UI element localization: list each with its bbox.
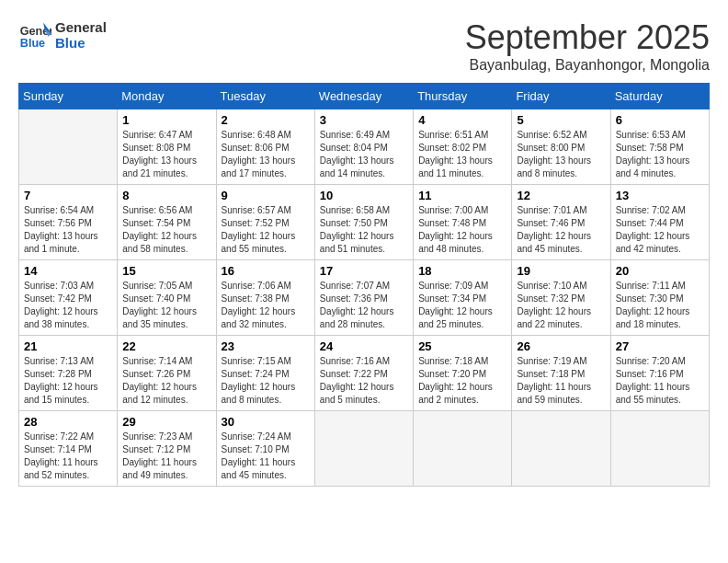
day-number: 17 bbox=[320, 264, 408, 278]
logo-icon: General Blue bbox=[18, 18, 51, 52]
logo-line1: General bbox=[55, 19, 107, 35]
week-row-1: 1Sunrise: 6:47 AM Sunset: 8:08 PM Daylig… bbox=[19, 109, 710, 185]
day-info: Sunrise: 6:47 AM Sunset: 8:08 PM Dayligh… bbox=[122, 129, 210, 180]
day-info: Sunrise: 6:56 AM Sunset: 7:54 PM Dayligh… bbox=[122, 204, 210, 256]
calendar-cell: 15Sunrise: 7:05 AM Sunset: 7:40 PM Dayli… bbox=[118, 260, 216, 336]
day-number: 6 bbox=[616, 113, 704, 127]
day-info: Sunrise: 6:52 AM Sunset: 8:00 PM Dayligh… bbox=[517, 129, 605, 180]
day-number: 27 bbox=[616, 339, 704, 353]
location-subtitle: Bayanbulag, Bayanhongor, Mongolia bbox=[465, 57, 710, 74]
day-info: Sunrise: 7:18 AM Sunset: 7:20 PM Dayligh… bbox=[418, 355, 506, 407]
calendar-body: 1Sunrise: 6:47 AM Sunset: 8:08 PM Daylig… bbox=[19, 109, 710, 487]
week-row-2: 7Sunrise: 6:54 AM Sunset: 7:56 PM Daylig… bbox=[19, 185, 710, 260]
calendar-cell: 4Sunrise: 6:51 AM Sunset: 8:02 PM Daylig… bbox=[414, 109, 512, 185]
day-number: 15 bbox=[122, 264, 210, 278]
month-title: September 2025 bbox=[465, 18, 710, 57]
calendar-header: SundayMondayTuesdayWednesdayThursdayFrid… bbox=[19, 84, 710, 109]
day-info: Sunrise: 7:05 AM Sunset: 7:40 PM Dayligh… bbox=[122, 280, 210, 331]
day-number: 12 bbox=[517, 189, 605, 202]
calendar-cell: 8Sunrise: 6:56 AM Sunset: 7:54 PM Daylig… bbox=[118, 185, 216, 260]
calendar-cell: 27Sunrise: 7:20 AM Sunset: 7:16 PM Dayli… bbox=[610, 336, 709, 411]
day-number: 5 bbox=[517, 113, 605, 127]
day-number: 23 bbox=[222, 339, 310, 353]
calendar-cell: 14Sunrise: 7:03 AM Sunset: 7:42 PM Dayli… bbox=[19, 260, 118, 336]
day-info: Sunrise: 7:00 AM Sunset: 7:48 PM Dayligh… bbox=[418, 204, 506, 256]
day-info: Sunrise: 7:24 AM Sunset: 7:10 PM Dayligh… bbox=[222, 431, 310, 482]
calendar-cell: 23Sunrise: 7:15 AM Sunset: 7:24 PM Dayli… bbox=[216, 336, 314, 411]
day-info: Sunrise: 7:15 AM Sunset: 7:24 PM Dayligh… bbox=[222, 355, 310, 407]
calendar-cell: 9Sunrise: 6:57 AM Sunset: 7:52 PM Daylig… bbox=[216, 185, 314, 260]
calendar-cell bbox=[19, 109, 118, 185]
day-number: 21 bbox=[24, 339, 112, 353]
day-number: 11 bbox=[418, 189, 506, 202]
day-info: Sunrise: 7:16 AM Sunset: 7:22 PM Dayligh… bbox=[320, 355, 408, 407]
calendar-cell: 1Sunrise: 6:47 AM Sunset: 8:08 PM Daylig… bbox=[118, 109, 216, 185]
calendar-cell: 18Sunrise: 7:09 AM Sunset: 7:34 PM Dayli… bbox=[414, 260, 512, 336]
day-info: Sunrise: 7:06 AM Sunset: 7:38 PM Dayligh… bbox=[222, 280, 310, 331]
day-number: 10 bbox=[320, 189, 408, 202]
day-number: 22 bbox=[122, 339, 210, 353]
calendar-cell: 20Sunrise: 7:11 AM Sunset: 7:30 PM Dayli… bbox=[610, 260, 709, 336]
calendar-cell: 7Sunrise: 6:54 AM Sunset: 7:56 PM Daylig… bbox=[19, 185, 118, 260]
day-info: Sunrise: 7:03 AM Sunset: 7:42 PM Dayligh… bbox=[24, 280, 112, 331]
calendar-cell: 2Sunrise: 6:48 AM Sunset: 8:06 PM Daylig… bbox=[216, 109, 314, 185]
calendar-cell: 16Sunrise: 7:06 AM Sunset: 7:38 PM Dayli… bbox=[216, 260, 314, 336]
calendar-cell: 22Sunrise: 7:14 AM Sunset: 7:26 PM Dayli… bbox=[118, 336, 216, 411]
day-number: 20 bbox=[616, 264, 704, 278]
calendar-cell bbox=[610, 411, 709, 487]
weekday-header-wednesday: Wednesday bbox=[314, 84, 413, 109]
day-number: 28 bbox=[24, 415, 112, 429]
day-info: Sunrise: 7:13 AM Sunset: 7:28 PM Dayligh… bbox=[24, 355, 112, 407]
calendar-cell: 11Sunrise: 7:00 AM Sunset: 7:48 PM Dayli… bbox=[414, 185, 512, 260]
day-number: 18 bbox=[418, 264, 506, 278]
week-row-4: 21Sunrise: 7:13 AM Sunset: 7:28 PM Dayli… bbox=[19, 336, 710, 411]
day-info: Sunrise: 7:23 AM Sunset: 7:12 PM Dayligh… bbox=[122, 431, 210, 482]
day-info: Sunrise: 6:54 AM Sunset: 7:56 PM Dayligh… bbox=[24, 204, 112, 256]
calendar-cell: 6Sunrise: 6:53 AM Sunset: 7:58 PM Daylig… bbox=[610, 109, 709, 185]
weekday-header-sunday: Sunday bbox=[19, 84, 118, 109]
day-number: 24 bbox=[320, 339, 408, 353]
day-number: 9 bbox=[222, 189, 310, 202]
calendar-cell: 21Sunrise: 7:13 AM Sunset: 7:28 PM Dayli… bbox=[19, 336, 118, 411]
weekday-header-monday: Monday bbox=[118, 84, 216, 109]
calendar-cell: 3Sunrise: 6:49 AM Sunset: 8:04 PM Daylig… bbox=[314, 109, 413, 185]
day-info: Sunrise: 7:01 AM Sunset: 7:46 PM Dayligh… bbox=[517, 204, 605, 256]
week-row-3: 14Sunrise: 7:03 AM Sunset: 7:42 PM Dayli… bbox=[19, 260, 710, 336]
calendar-cell: 19Sunrise: 7:10 AM Sunset: 7:32 PM Dayli… bbox=[512, 260, 610, 336]
day-info: Sunrise: 7:10 AM Sunset: 7:32 PM Dayligh… bbox=[517, 280, 605, 331]
calendar-cell bbox=[314, 411, 413, 487]
svg-text:Blue: Blue bbox=[20, 37, 45, 50]
day-info: Sunrise: 6:49 AM Sunset: 8:04 PM Dayligh… bbox=[320, 129, 408, 180]
day-info: Sunrise: 6:51 AM Sunset: 8:02 PM Dayligh… bbox=[418, 129, 506, 180]
calendar-cell: 13Sunrise: 7:02 AM Sunset: 7:44 PM Dayli… bbox=[610, 185, 709, 260]
day-info: Sunrise: 7:09 AM Sunset: 7:34 PM Dayligh… bbox=[418, 280, 506, 331]
day-number: 30 bbox=[222, 415, 310, 429]
day-info: Sunrise: 7:14 AM Sunset: 7:26 PM Dayligh… bbox=[122, 355, 210, 407]
day-info: Sunrise: 6:48 AM Sunset: 8:06 PM Dayligh… bbox=[222, 129, 310, 180]
week-row-5: 28Sunrise: 7:22 AM Sunset: 7:14 PM Dayli… bbox=[19, 411, 710, 487]
day-number: 16 bbox=[222, 264, 310, 278]
day-number: 19 bbox=[517, 264, 605, 278]
day-number: 14 bbox=[24, 264, 112, 278]
calendar-cell: 17Sunrise: 7:07 AM Sunset: 7:36 PM Dayli… bbox=[314, 260, 413, 336]
day-info: Sunrise: 7:02 AM Sunset: 7:44 PM Dayligh… bbox=[616, 204, 704, 256]
day-number: 26 bbox=[517, 339, 605, 353]
calendar-cell: 24Sunrise: 7:16 AM Sunset: 7:22 PM Dayli… bbox=[314, 336, 413, 411]
day-number: 1 bbox=[122, 113, 210, 127]
logo-line2: Blue bbox=[55, 35, 107, 51]
calendar-cell: 10Sunrise: 6:58 AM Sunset: 7:50 PM Dayli… bbox=[314, 185, 413, 260]
weekday-row: SundayMondayTuesdayWednesdayThursdayFrid… bbox=[19, 84, 710, 109]
day-number: 3 bbox=[320, 113, 408, 127]
weekday-header-saturday: Saturday bbox=[610, 84, 709, 109]
calendar-cell: 29Sunrise: 7:23 AM Sunset: 7:12 PM Dayli… bbox=[118, 411, 216, 487]
day-number: 29 bbox=[122, 415, 210, 429]
weekday-header-friday: Friday bbox=[512, 84, 610, 109]
weekday-header-tuesday: Tuesday bbox=[216, 84, 314, 109]
day-info: Sunrise: 7:19 AM Sunset: 7:18 PM Dayligh… bbox=[517, 355, 605, 407]
title-block: September 2025 Bayanbulag, Bayanhongor, … bbox=[465, 18, 710, 74]
day-number: 25 bbox=[418, 339, 506, 353]
calendar-cell: 25Sunrise: 7:18 AM Sunset: 7:20 PM Dayli… bbox=[414, 336, 512, 411]
calendar-cell: 5Sunrise: 6:52 AM Sunset: 8:00 PM Daylig… bbox=[512, 109, 610, 185]
calendar-cell: 26Sunrise: 7:19 AM Sunset: 7:18 PM Dayli… bbox=[512, 336, 610, 411]
day-number: 2 bbox=[222, 113, 310, 127]
